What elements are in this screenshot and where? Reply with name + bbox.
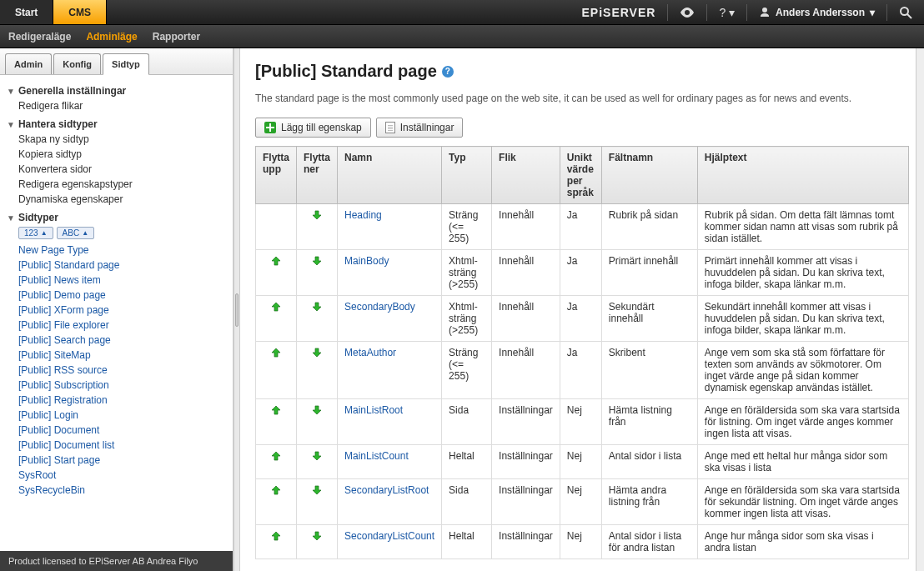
global-tabs: Start CMS bbox=[0, 0, 107, 24]
move-up-button[interactable] bbox=[270, 530, 282, 542]
th-help: Hjälptext bbox=[697, 147, 908, 204]
sidebar-item[interactable]: [Public] Search page bbox=[7, 333, 226, 348]
chevron-down-icon: ▾ bbox=[870, 7, 875, 18]
property-help: Ange hur många sidor som ska visas i and… bbox=[697, 525, 908, 559]
sidebar-item[interactable]: [Public] Document bbox=[7, 423, 226, 438]
property-fieldname: Rubrik på sidan bbox=[601, 204, 697, 250]
move-up-button[interactable] bbox=[270, 301, 282, 313]
sort-button[interactable]: ABC▲ bbox=[57, 227, 94, 239]
svg-point-0 bbox=[901, 8, 908, 15]
property-name-link[interactable]: SecondaryBody bbox=[344, 301, 415, 313]
table-row: SecondaryListRootSidaInställningarNejHäm… bbox=[256, 479, 909, 525]
move-up-button[interactable] bbox=[270, 450, 282, 462]
property-name-link[interactable]: SecondaryListRoot bbox=[344, 484, 429, 496]
help-icon[interactable]: ? bbox=[442, 66, 454, 78]
property-fieldname: Hämta andra listning från bbox=[601, 479, 697, 525]
move-up-button[interactable] bbox=[270, 255, 282, 267]
splitter[interactable] bbox=[234, 48, 240, 571]
sidebar-item[interactable]: [Public] Login bbox=[7, 408, 226, 423]
sidebar-item[interactable]: [Public] Document list bbox=[7, 438, 226, 453]
move-down-button[interactable] bbox=[311, 255, 323, 267]
property-name-link[interactable]: MetaAuthor bbox=[344, 347, 396, 358]
move-up-button[interactable] bbox=[270, 347, 282, 358]
left-tab-sidtyp[interactable]: Sidtyp bbox=[103, 53, 149, 75]
table-row: MainBodyXhtml-sträng (>255)InnehållJaPri… bbox=[256, 250, 909, 296]
property-name-link[interactable]: MainListRoot bbox=[344, 404, 403, 416]
property-fieldname: Sekundärt innehåll bbox=[601, 296, 697, 342]
sidebar-item[interactable]: [Public] Start page bbox=[7, 453, 226, 468]
property-name-link[interactable]: Heading bbox=[344, 209, 382, 221]
property-name-link[interactable]: MainListCount bbox=[344, 450, 409, 462]
plus-icon bbox=[264, 122, 276, 133]
sidebar-item[interactable]: Skapa ny sidtyp bbox=[7, 132, 226, 147]
th-type: Typ bbox=[442, 147, 492, 204]
tab-cms[interactable]: CMS bbox=[53, 0, 107, 24]
mode-admin[interactable]: Adminläge bbox=[86, 31, 137, 43]
sidebar-item[interactable]: [Public] RSS source bbox=[7, 363, 226, 378]
user-menu[interactable]: Anders Andersson ▾ bbox=[759, 7, 875, 18]
move-down-button[interactable] bbox=[311, 209, 323, 221]
property-help: Sekundärt innehåll kommer att visas i hu… bbox=[697, 296, 908, 342]
move-down-button[interactable] bbox=[311, 450, 323, 462]
property-help: Primärt innehåll kommer att visas i huvu… bbox=[697, 250, 908, 296]
property-type: Heltal bbox=[442, 445, 492, 479]
page-title: [Public] Standard page bbox=[255, 62, 437, 81]
sidebar-item[interactable]: SysRoot bbox=[7, 468, 226, 483]
property-help: Ange en föräldersida som ska vara starts… bbox=[697, 399, 908, 445]
move-down-button[interactable] bbox=[311, 484, 323, 496]
sidebar-section-header[interactable]: ▼Generella inställningar bbox=[7, 85, 226, 97]
move-down-button[interactable] bbox=[311, 301, 323, 313]
sidebar-item[interactable]: Konvertera sidor bbox=[7, 162, 226, 177]
sidebar-section-header[interactable]: ▼Hantera sidtyper bbox=[7, 118, 226, 130]
sidebar-section-header[interactable]: ▼Sidtyper bbox=[7, 212, 226, 223]
sidebar-item[interactable]: Redigera flikar bbox=[7, 98, 226, 113]
sidebar-item[interactable]: Kopiera sidtyp bbox=[7, 147, 226, 162]
page-description: The standard page is the most commonly u… bbox=[255, 91, 909, 106]
table-row: HeadingSträng (<= 255)InnehållJaRubrik p… bbox=[256, 204, 909, 250]
move-down-button[interactable] bbox=[311, 404, 323, 416]
sidebar-item[interactable]: [Public] Demo page bbox=[7, 288, 226, 303]
sidebar-item[interactable]: [Public] News item bbox=[7, 273, 226, 288]
document-icon bbox=[385, 122, 395, 133]
sort-button[interactable]: 123▲ bbox=[18, 227, 53, 239]
th-tab: Flik bbox=[492, 147, 560, 204]
move-up-button[interactable] bbox=[270, 404, 282, 416]
th-fieldname: Fältnamn bbox=[601, 147, 697, 204]
sidebar-item[interactable]: New Page Type bbox=[7, 243, 226, 258]
caret-down-icon: ▼ bbox=[7, 87, 15, 96]
tab-start[interactable]: Start bbox=[0, 0, 53, 24]
sidebar-item[interactable]: SysRecycleBin bbox=[7, 483, 226, 498]
sidebar-item[interactable]: [Public] SiteMap bbox=[7, 348, 226, 363]
move-down-button[interactable] bbox=[311, 347, 323, 358]
left-tab-konfig[interactable]: Konfig bbox=[53, 53, 101, 74]
property-tab: Inställningar bbox=[492, 445, 560, 479]
settings-button[interactable]: Inställningar bbox=[376, 118, 464, 138]
sidebar-item[interactable]: Dynamiska egenskaper bbox=[7, 192, 226, 207]
sidebar-item[interactable]: [Public] XForm page bbox=[7, 303, 226, 318]
help-menu[interactable]: ? ▾ bbox=[719, 6, 735, 19]
search-icon[interactable] bbox=[899, 6, 912, 19]
sidebar-item[interactable]: Redigera egenskapstyper bbox=[7, 177, 226, 192]
sidebar-item[interactable]: [Public] Subscription bbox=[7, 378, 226, 393]
property-name-link[interactable]: SecondaryListCount bbox=[344, 530, 434, 542]
preview-icon[interactable] bbox=[680, 8, 695, 18]
property-type: Sida bbox=[442, 399, 492, 445]
property-name-link[interactable]: MainBody bbox=[344, 255, 389, 267]
left-tab-admin[interactable]: Admin bbox=[5, 53, 52, 74]
sidebar-item[interactable]: [Public] Standard page bbox=[7, 258, 226, 273]
property-tab: Innehåll bbox=[492, 250, 560, 296]
sidebar-item[interactable]: [Public] File explorer bbox=[7, 318, 226, 333]
add-property-button[interactable]: Lägg till egenskap bbox=[255, 118, 371, 138]
content-area: [Public] Standard page ? The standard pa… bbox=[240, 48, 924, 571]
mode-reports[interactable]: Rapporter bbox=[153, 31, 200, 43]
move-up-button[interactable] bbox=[270, 484, 282, 496]
mode-bar: Redigeraläge Adminläge Rapporter bbox=[0, 25, 924, 48]
property-tab: Inställningar bbox=[492, 479, 560, 525]
move-down-button[interactable] bbox=[311, 530, 323, 542]
property-help: Ange en föräldersida som ska vara starts… bbox=[697, 479, 908, 525]
property-help: Ange vem som ska stå som författare för … bbox=[697, 342, 908, 399]
right-rail[interactable] bbox=[916, 48, 924, 571]
mode-edit[interactable]: Redigeraläge bbox=[8, 31, 71, 43]
sidebar-item[interactable]: [Public] Registration bbox=[7, 393, 226, 408]
property-type: Sträng (<= 255) bbox=[442, 342, 492, 399]
